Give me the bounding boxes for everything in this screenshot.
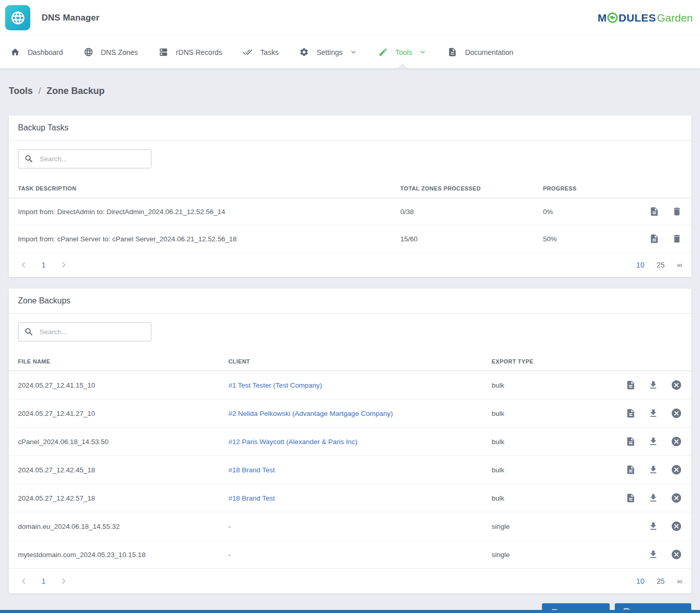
download-icon[interactable]: [648, 408, 658, 418]
export-type: bulk: [482, 371, 601, 399]
file-name: cPanel_2024.06.18_14.53.50: [9, 428, 219, 456]
client-link[interactable]: #18 Brand Test: [228, 494, 275, 502]
nav-item-tasks[interactable]: Tasks: [232, 36, 289, 68]
pencil-icon: [378, 47, 388, 57]
table-row: Import from: DirectAdmin to: DirectAdmin…: [9, 198, 691, 225]
table-row: 2024.05.27_12.42.45_18 #18 Brand Test bu…: [9, 456, 691, 484]
export-type: single: [482, 541, 601, 569]
table-row: 2024.05.27_12.42.57_18 #18 Brand Test bu…: [9, 484, 691, 512]
delete-task-icon[interactable]: [672, 206, 682, 217]
client-link[interactable]: #2 Nelida Pelkowski (Advantage Martgage …: [228, 410, 393, 417]
nav-label: Dashboard: [28, 48, 63, 56]
task-details-icon[interactable]: [649, 234, 659, 244]
zones-processed: 0/38: [391, 198, 534, 225]
backup-details-icon[interactable]: [626, 465, 636, 475]
backup-tasks-search[interactable]: [18, 149, 151, 168]
file-name: 2024.05.27_12.41.27_10: [9, 399, 219, 428]
page-size-all[interactable]: ∞: [677, 261, 682, 269]
breadcrumb-separator: /: [38, 86, 41, 97]
task-description: Import from: cPanel Server to: cPanel Se…: [9, 225, 391, 253]
zone-backups-pagination: 1 10 25 ∞: [9, 569, 691, 593]
delete-backup-icon[interactable]: [671, 549, 682, 560]
client-link[interactable]: #1 Test Tester (Test Company): [228, 381, 322, 389]
table-row: 2024.05.27_12.41.27_10 #2 Nelida Pelkows…: [9, 399, 691, 428]
backup-details-icon[interactable]: [626, 380, 636, 390]
next-page-icon[interactable]: [58, 259, 69, 271]
page-size-10[interactable]: 10: [636, 261, 645, 269]
prev-page-icon[interactable]: [18, 576, 29, 587]
globe-icon: [84, 47, 93, 57]
search-input[interactable]: [38, 155, 145, 163]
breadcrumb: Tools / Zone Backup: [0, 68, 700, 97]
nav-item-settings[interactable]: Settings: [289, 36, 368, 68]
zone-backups-search[interactable]: [18, 322, 151, 341]
export-type: bulk: [482, 484, 601, 512]
file-name: 2024.05.27_12.42.57_18: [9, 484, 219, 512]
download-icon[interactable]: [648, 521, 658, 531]
nav-item-rdns-records[interactable]: rDNS Records: [148, 36, 232, 68]
nav-label: Tools: [396, 48, 413, 56]
chevron-down-icon: [349, 48, 358, 56]
delete-backup-icon[interactable]: [671, 408, 682, 419]
table-row: 2024.05.27_12.41.15_10 #1 Test Tester (T…: [9, 371, 691, 399]
page-size-10[interactable]: 10: [636, 577, 645, 585]
nav-label: rDNS Records: [176, 48, 222, 56]
page-size-all[interactable]: ∞: [677, 577, 682, 585]
delete-task-icon[interactable]: [672, 234, 682, 244]
bottom-accent-bar: [0, 610, 700, 613]
search-input[interactable]: [38, 328, 145, 336]
progress-value: 0%: [534, 198, 609, 225]
task-description: Import from: DirectAdmin to: DirectAdmin…: [9, 198, 391, 225]
globe-icon: [10, 10, 26, 26]
zones-processed: 15/60: [391, 225, 534, 253]
backup-details-icon[interactable]: [626, 408, 636, 418]
file-name: mytestdomain.com_2024.05.23_10.15.18: [9, 541, 219, 569]
gear-icon: [299, 47, 309, 57]
card-title: Zone Backups: [9, 289, 691, 314]
client-empty: -: [219, 512, 482, 541]
delete-backup-icon[interactable]: [671, 379, 682, 391]
column-header-file-name: FILE NAME: [9, 352, 219, 371]
table-row: domain.eu_2024.06.18_14.55.32 - single: [9, 512, 691, 541]
page-title: DNS Manager: [42, 13, 100, 23]
page-number[interactable]: 1: [42, 261, 46, 269]
chevron-down-icon: [418, 48, 427, 56]
download-icon[interactable]: [648, 549, 658, 560]
delete-backup-icon[interactable]: [671, 436, 682, 447]
download-icon[interactable]: [648, 465, 658, 475]
dns-server-icon: [159, 47, 168, 57]
task-details-icon[interactable]: [649, 206, 659, 217]
delete-backup-icon[interactable]: [671, 492, 682, 504]
download-icon[interactable]: [648, 380, 658, 390]
nav-label: Settings: [317, 48, 343, 56]
nav-item-tools[interactable]: Tools: [368, 36, 438, 68]
page-size-25[interactable]: 25: [656, 261, 665, 269]
search-icon: [24, 327, 34, 337]
export-type: bulk: [482, 428, 601, 456]
backup-details-icon[interactable]: [626, 493, 636, 503]
home-icon: [10, 47, 20, 57]
delete-backup-icon[interactable]: [671, 464, 682, 475]
client-link[interactable]: #18 Brand Test: [228, 466, 275, 474]
download-icon[interactable]: [648, 436, 658, 447]
export-type: bulk: [482, 456, 601, 484]
column-header-progress: PROGRESS: [534, 179, 609, 198]
table-row: mytestdomain.com_2024.05.23_10.15.18 - s…: [9, 541, 691, 569]
backup-tasks-table: TASK DESCRIPTION TOTAL ZONES PROCESSED P…: [9, 179, 691, 253]
backup-details-icon[interactable]: [626, 436, 636, 447]
page-size-25[interactable]: 25: [656, 577, 665, 585]
delete-backup-icon[interactable]: [671, 521, 682, 532]
page-number[interactable]: 1: [42, 577, 46, 585]
nav-item-dns-zones[interactable]: DNS Zones: [73, 36, 148, 68]
zone-backups-card: Zone Backups FILE NAME CLIENT EXPORT TYP…: [9, 289, 691, 593]
download-icon[interactable]: [648, 493, 658, 503]
app-logo-tile: [5, 5, 30, 30]
file-name: 2024.05.27_12.41.15_10: [9, 371, 219, 399]
nav-item-dashboard[interactable]: Dashboard: [0, 36, 73, 68]
nav-label: Documentation: [465, 48, 513, 56]
client-link[interactable]: #12 Paris Waycott (Alexander & Paris Inc…: [228, 438, 358, 446]
next-page-icon[interactable]: [58, 576, 69, 587]
breadcrumb-tools[interactable]: Tools: [9, 86, 33, 97]
nav-item-documentation[interactable]: Documentation: [437, 36, 523, 68]
prev-page-icon[interactable]: [18, 259, 29, 271]
